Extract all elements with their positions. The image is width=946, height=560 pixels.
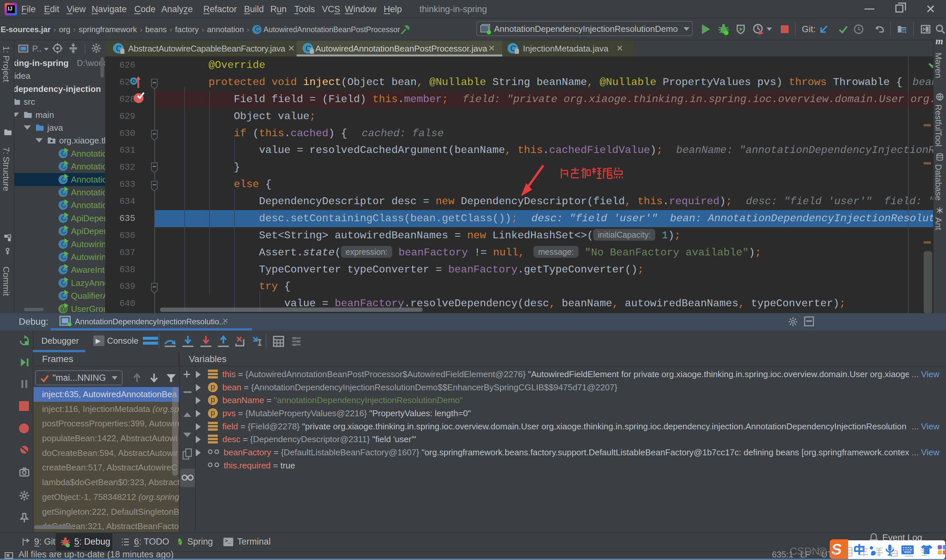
svg-text:CSDN: CSDN: [790, 545, 820, 557]
svg-text:@: @: [817, 546, 827, 557]
